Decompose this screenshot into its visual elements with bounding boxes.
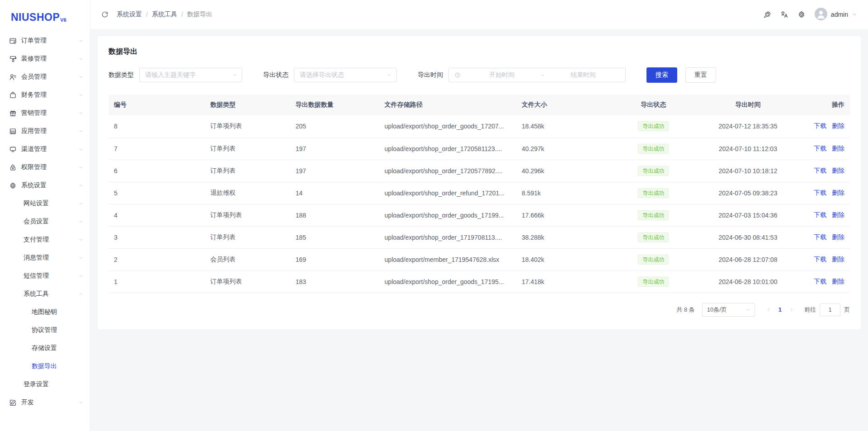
cell-count: 197 xyxy=(290,160,379,182)
cell-count: 183 xyxy=(290,270,379,293)
cell-count: 197 xyxy=(290,137,379,160)
table-row: 7 订单列表 197 upload/export/shop_order_1720… xyxy=(108,137,850,160)
download-link[interactable]: 下载 xyxy=(814,189,826,196)
sidebar-item-order[interactable]: 订单管理 xyxy=(0,32,90,50)
sidebar-item-member[interactable]: 会员管理 xyxy=(0,68,90,86)
chevron-down-icon xyxy=(78,128,84,134)
sidebar-item-map-key[interactable]: 地图秘钥 xyxy=(0,303,90,321)
chevron-down-icon xyxy=(78,74,84,80)
col-header-id: 编号 xyxy=(108,95,205,115)
reset-button[interactable]: 重置 xyxy=(685,67,716,83)
status-badge: 导出成功 xyxy=(638,188,669,198)
sidebar-item-label: 登录设置 xyxy=(24,380,84,388)
sidebar-item-channel[interactable]: 渠道管理 xyxy=(0,140,90,158)
status-badge: 导出成功 xyxy=(638,232,669,242)
download-link[interactable]: 下载 xyxy=(814,278,826,285)
sidebar-item-label: 消息管理 xyxy=(24,254,78,262)
breadcrumb-item[interactable]: 系统设置 xyxy=(117,10,142,19)
sidebar-item-permission[interactable]: 权限管理 xyxy=(0,158,90,176)
status-badge: 导出成功 xyxy=(638,277,669,287)
chevron-down-icon xyxy=(78,110,84,116)
download-link[interactable]: 下载 xyxy=(814,122,826,129)
delete-link[interactable]: 删除 xyxy=(832,167,844,174)
download-link[interactable]: 下载 xyxy=(814,167,826,174)
col-header-type: 数据类型 xyxy=(205,95,290,115)
cell-id: 6 xyxy=(108,160,205,182)
sidebar-item-sms[interactable]: 短信管理 xyxy=(0,267,90,285)
sidebar-item-member-settings[interactable]: 会员设置 xyxy=(0,213,90,231)
sidebar-item-label: 应用管理 xyxy=(21,127,78,135)
avatar xyxy=(815,8,827,22)
sidebar-item-message[interactable]: 消息管理 xyxy=(0,249,90,267)
sidebar-item-label: 网站设置 xyxy=(24,199,78,208)
sidebar-item-decoration[interactable]: 装修管理 xyxy=(0,50,90,68)
delete-link[interactable]: 删除 xyxy=(832,233,844,241)
data-type-placeholder: 请输入主题关键字 xyxy=(145,71,196,79)
sidebar-item-application[interactable]: 应用管理 xyxy=(0,122,90,140)
user-menu[interactable]: admin xyxy=(815,8,857,22)
sidebar-item-marketing[interactable]: 营销管理 xyxy=(0,104,90,122)
cell-id: 7 xyxy=(108,137,205,160)
col-header-ops: 操作 xyxy=(802,95,850,115)
cell-size: 18.402k xyxy=(516,248,613,270)
delete-link[interactable]: 删除 xyxy=(832,256,844,263)
delete-link[interactable]: 删除 xyxy=(832,211,844,218)
cell-size: 17.666k xyxy=(516,204,613,226)
cell-time: 2024-07-10 11:12:03 xyxy=(694,137,802,160)
goto-page-input[interactable] xyxy=(820,303,840,316)
refresh-icon[interactable] xyxy=(101,11,108,18)
pagination: 共 8 条 10条/页 1 前往 页 xyxy=(108,303,850,317)
search-button[interactable]: 搜索 xyxy=(646,67,677,83)
sidebar-item-payment[interactable]: 支付管理 xyxy=(0,231,90,249)
sidebar-item-label: 存储设置 xyxy=(32,344,84,352)
page-number-current[interactable]: 1 xyxy=(774,306,786,313)
sidebar-item-data-export[interactable]: 数据导出 xyxy=(0,357,90,375)
delete-link[interactable]: 删除 xyxy=(832,145,844,152)
export-status-select[interactable]: 请选择导出状态 xyxy=(294,68,397,82)
col-header-size: 文件大小 xyxy=(516,95,613,115)
download-link[interactable]: 下载 xyxy=(814,233,826,241)
download-link[interactable]: 下载 xyxy=(814,211,826,218)
sidebar-item-system-settings[interactable]: 系统设置 xyxy=(0,176,90,194)
sidebar-item-label: 协议管理 xyxy=(32,326,84,334)
sidebar-item-login-settings[interactable]: 登录设置 xyxy=(0,375,90,393)
export-table: 编号 数据类型 导出数据数量 文件存储路径 文件大小 导出状态 导出时间 操作 xyxy=(108,95,850,293)
chevron-down-icon xyxy=(78,201,84,206)
export-time-range-picker[interactable]: 开始时间 - 结束时间 xyxy=(448,68,626,82)
cell-type: 订单列表 xyxy=(205,160,290,182)
cell-path: upload/export/shop_order_goods_17195... xyxy=(379,270,516,293)
table-row: 4 订单项列表 188 upload/export/shop_order_goo… xyxy=(108,204,850,226)
col-header-time: 导出时间 xyxy=(694,95,802,115)
download-link[interactable]: 下载 xyxy=(814,256,826,263)
delete-link[interactable]: 删除 xyxy=(832,278,844,285)
download-link[interactable]: 下载 xyxy=(814,145,826,152)
sidebar-item-website-settings[interactable]: 网站设置 xyxy=(0,194,90,213)
sidebar-item-label: 数据导出 xyxy=(32,362,84,370)
delete-link[interactable]: 删除 xyxy=(832,122,844,129)
page-size-value: 10条/页 xyxy=(707,306,727,314)
sidebar-item-agreement[interactable]: 协议管理 xyxy=(0,321,90,339)
data-type-label: 数据类型 xyxy=(108,71,134,79)
cell-time: 2024-06-30 08:41:53 xyxy=(694,226,802,248)
gear-icon[interactable] xyxy=(797,10,806,19)
next-page-icon[interactable] xyxy=(786,307,797,313)
page-size-select[interactable]: 10条/页 xyxy=(702,303,755,317)
sidebar-item-label: 系统工具 xyxy=(24,290,78,298)
sidebar-item-system-tools[interactable]: 系统工具 xyxy=(0,285,90,303)
sidebar-item-finance[interactable]: 财务管理 xyxy=(0,86,90,104)
sidebar-item-storage-settings[interactable]: 存储设置 xyxy=(0,339,90,357)
channel-icon xyxy=(9,146,17,153)
chevron-down-icon xyxy=(78,92,84,98)
table-row: 6 订单列表 197 upload/export/shop_order_1720… xyxy=(108,160,850,182)
cell-type: 订单列表 xyxy=(205,226,290,248)
cell-type: 订单项列表 xyxy=(205,115,290,137)
delete-link[interactable]: 删除 xyxy=(832,189,844,196)
rocket-icon[interactable] xyxy=(763,10,771,19)
translate-icon[interactable] xyxy=(780,10,788,19)
prev-page-icon[interactable] xyxy=(763,307,774,313)
sidebar-item-develop[interactable]: 开发 xyxy=(0,393,90,412)
data-type-select[interactable]: 请输入主题关键字 xyxy=(139,68,242,82)
status-badge: 导出成功 xyxy=(638,144,669,154)
breadcrumb-item[interactable]: 系统工具 xyxy=(152,10,177,19)
brand-logo[interactable]: NIUSHOP V6 xyxy=(0,0,90,29)
